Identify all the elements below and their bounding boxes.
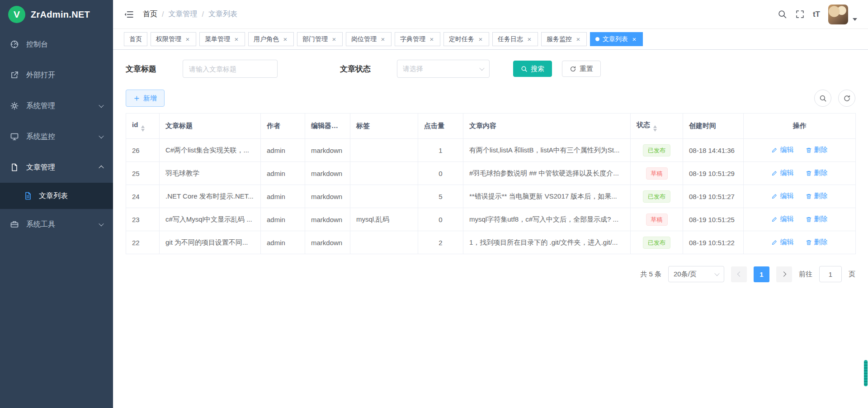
close-icon[interactable] (575, 36, 581, 43)
delete-label: 删除 (814, 169, 828, 177)
app-logo[interactable]: V ZrAdmin.NET (0, 0, 113, 29)
edit-link[interactable]: 编辑 (771, 192, 793, 200)
avatar[interactable] (828, 5, 848, 24)
table-row: 23 c#写入Mysql中文显示乱码 ... admin markdown my… (126, 208, 856, 231)
cell-id: 24 (126, 185, 160, 208)
sidebar-item-system-monitor[interactable]: 系统监控 (0, 121, 113, 152)
delete-link[interactable]: 删除 (806, 238, 828, 247)
close-icon[interactable] (477, 36, 484, 43)
tab-menu-management[interactable]: 菜单管理 (199, 32, 245, 46)
delete-label: 删除 (814, 215, 828, 223)
filter-form: 文章标题 文章状态 请选择 搜索 重置 (126, 60, 855, 78)
tab-article-list[interactable]: 文章列表 (590, 32, 643, 46)
tab-post-management[interactable]: 岗位管理 (346, 32, 392, 46)
scrollbar-thumb[interactable] (864, 360, 868, 386)
tab-label: 菜单管理 (205, 35, 230, 43)
sidebar-item-article-list[interactable]: 文章列表 (0, 183, 113, 209)
edit-link[interactable]: 编辑 (771, 215, 793, 223)
menu-collapse-icon[interactable] (124, 9, 134, 19)
chevron-up-icon (99, 166, 103, 169)
edit-icon (771, 170, 778, 176)
breadcrumb-article-management[interactable]: 文章管理 (168, 9, 197, 19)
trash-icon (806, 170, 812, 176)
sidebar-item-article-management[interactable]: 文章管理 (0, 152, 113, 183)
sidebar-item-label: 文章管理 (26, 163, 55, 172)
edit-label: 编辑 (780, 215, 793, 223)
edit-link[interactable]: 编辑 (771, 146, 793, 154)
close-icon[interactable] (429, 36, 435, 43)
edit-label: 编辑 (780, 192, 793, 200)
search-icon (819, 95, 827, 102)
sidebar-item-system-management[interactable]: 系统管理 (0, 90, 113, 121)
sidebar-item-external-open[interactable]: 外部打开 (0, 60, 113, 90)
tab-user-roles[interactable]: 用户角色 (248, 32, 294, 46)
status-badge: 草稿 (646, 213, 668, 226)
page-number-button[interactable]: 1 (754, 266, 769, 282)
external-link-icon (10, 71, 19, 80)
next-page-button[interactable] (776, 266, 792, 282)
close-icon[interactable] (631, 36, 637, 43)
search-button[interactable]: 搜索 (513, 61, 552, 77)
tab-department-management[interactable]: 部门管理 (297, 32, 343, 46)
article-status-label: 文章状态 (340, 64, 397, 74)
close-icon[interactable] (526, 36, 533, 43)
sort-icon[interactable] (141, 125, 145, 132)
tab-scheduled-tasks[interactable]: 定时任务 (443, 32, 489, 46)
column-label: 点击量 (424, 122, 444, 129)
edit-link[interactable]: 编辑 (771, 238, 793, 247)
close-icon[interactable] (282, 36, 288, 43)
cell-content: **错误提示** 当电脑更新 VS2017 版本后，如果... (463, 185, 631, 208)
search-icon[interactable] (778, 9, 787, 19)
delete-link[interactable]: 删除 (806, 169, 828, 177)
trash-icon (806, 239, 812, 246)
monitor-icon (10, 132, 19, 141)
tab-label: 岗位管理 (351, 35, 377, 43)
tab-home[interactable]: 首页 (124, 32, 147, 46)
tab-task-logs[interactable]: 任务日志 (492, 32, 538, 46)
delete-label: 删除 (814, 146, 828, 154)
column-label: 文章内容 (469, 122, 496, 129)
reset-button[interactable]: 重置 (562, 61, 601, 77)
prev-page-button[interactable] (731, 266, 747, 282)
close-icon[interactable] (233, 36, 240, 43)
delete-link[interactable]: 删除 (806, 215, 828, 223)
edit-link[interactable]: 编辑 (771, 169, 793, 177)
chevron-down-icon (714, 271, 719, 276)
close-icon[interactable] (380, 36, 386, 43)
logo-icon: V (8, 6, 25, 23)
cell-author: admin (261, 208, 305, 231)
sidebar-item-label: 系统监控 (26, 132, 55, 142)
refresh-button[interactable] (838, 90, 855, 107)
breadcrumb-home[interactable]: 首页 (143, 9, 157, 19)
close-icon[interactable] (331, 36, 337, 43)
sidebar-item-system-tools[interactable]: 系统工具 (0, 209, 113, 240)
document-list-icon (24, 191, 33, 200)
goto-page-input[interactable] (819, 266, 842, 282)
search-toggle-button[interactable] (814, 90, 831, 107)
cell-clicks: 0 (418, 162, 463, 185)
sort-icon[interactable] (653, 125, 657, 132)
cell-author: admin (261, 231, 305, 254)
close-icon[interactable] (184, 36, 191, 43)
refresh-icon (843, 95, 851, 102)
column-header-id[interactable]: id (126, 114, 160, 139)
fullscreen-icon[interactable] (795, 9, 805, 19)
dashboard-icon (10, 40, 19, 49)
cell-editor: markdown (305, 185, 350, 208)
chevron-down-icon[interactable] (853, 18, 857, 21)
font-size-icon[interactable]: tT (813, 10, 820, 19)
column-header-status[interactable]: 状态 (631, 114, 683, 139)
add-button[interactable]: 新增 (126, 90, 165, 107)
cell-title: C#两个list集合实现关联，... (160, 139, 261, 162)
article-status-select[interactable]: 请选择 (397, 60, 490, 78)
tab-permissions[interactable]: 权限管理 (151, 32, 196, 46)
cell-editor: markdown (305, 139, 350, 162)
delete-link[interactable]: 删除 (806, 146, 828, 154)
sidebar-item-dashboard[interactable]: 控制台 (0, 29, 113, 60)
page-size-select[interactable]: 20条/页 (668, 266, 724, 282)
article-title-input[interactable] (183, 60, 278, 78)
tab-dictionary-management[interactable]: 字典管理 (395, 32, 440, 46)
tab-service-monitor[interactable]: 服务监控 (541, 32, 587, 46)
tab-label: 字典管理 (400, 35, 425, 43)
delete-link[interactable]: 删除 (806, 192, 828, 200)
